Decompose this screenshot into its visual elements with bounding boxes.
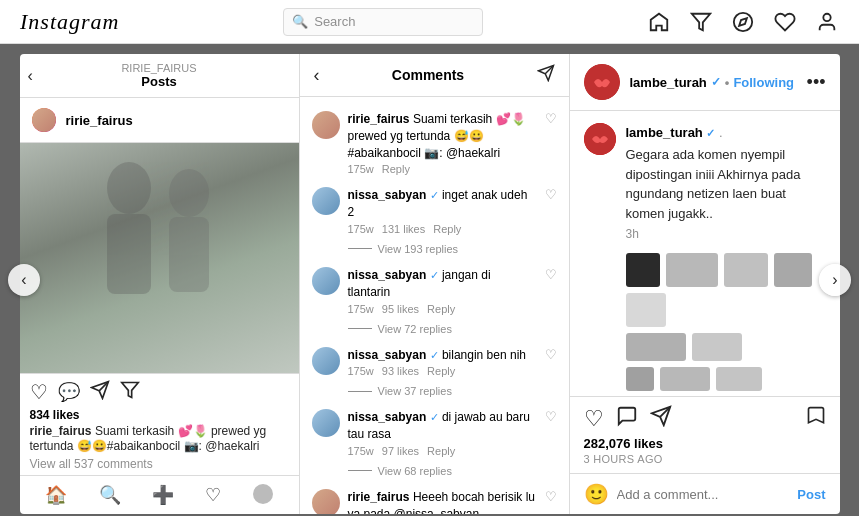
comment-like-button[interactable]: ♡ (545, 489, 557, 514)
comment-meta: 175w 93 likes Reply (348, 365, 537, 377)
comment-avatar[interactable] (312, 187, 340, 215)
likes-count: 834 likes (30, 408, 289, 422)
bottom-home-icon[interactable]: 🏠 (45, 484, 67, 506)
svg-point-3 (823, 13, 830, 20)
view-replies-link[interactable]: View 72 replies (300, 321, 569, 341)
panel-back-button[interactable]: ‹ (28, 67, 33, 85)
post-action-icons: ♡ 💬 (30, 380, 289, 404)
add-comment-input[interactable] (617, 487, 790, 502)
post-panel: ‹ RIRIE_FAIRUS Posts ririe_fairus (20, 54, 300, 514)
comment-like-button[interactable]: ♡ (545, 111, 557, 175)
comment-text: nissa_sabyan ✓ di jawab au baru tau rasa (348, 409, 537, 443)
panel-username-label: RIRIE_FAIRUS (30, 62, 289, 74)
verified-icon: ✓ (430, 269, 439, 281)
detail-comment-input-row: 🙂 Post (570, 473, 840, 514)
thumbnail-sm2 (660, 367, 710, 391)
comment-likes: 131 likes (382, 223, 425, 235)
carousel-arrow-left[interactable]: ‹ (8, 264, 40, 296)
comment-content: bilangin ben nih (442, 348, 526, 362)
comment-avatar[interactable] (312, 267, 340, 295)
detail-comment-icon[interactable] (616, 405, 638, 432)
filter-icon[interactable] (689, 10, 713, 34)
comment-avatar[interactable] (312, 489, 340, 514)
detail-main-comment: lambe_turah ✓ . Gegara ada komen nyempil… (584, 123, 826, 241)
carousel-arrow-right[interactable]: › (819, 264, 851, 296)
post-user-avatar[interactable] (30, 106, 58, 134)
detail-avatar[interactable] (584, 64, 620, 100)
comment-avatar[interactable] (312, 409, 340, 437)
heart-icon[interactable] (773, 10, 797, 34)
detail-like-icon[interactable]: ♡ (584, 406, 604, 432)
comment-text: nissa_sabyan ✓ jangan di tlantarin (348, 267, 537, 301)
comment-like-button[interactable]: ♡ (545, 409, 557, 457)
detail-panel: lambe_turah ✓ • Following ••• lam (570, 54, 840, 514)
comment-username: nissa_sabyan (348, 268, 427, 282)
comment-like-button[interactable]: ♡ (545, 267, 557, 315)
share-icon[interactable] (90, 380, 110, 404)
filter-tag-icon[interactable] (120, 380, 140, 404)
comment-item: nissa_sabyan ✓ di jawab au baru tau rasa… (300, 403, 569, 463)
following-button[interactable]: Following (733, 75, 794, 90)
comment-icon[interactable]: 💬 (58, 381, 80, 403)
like-icon[interactable]: ♡ (30, 380, 48, 404)
svg-marker-2 (739, 18, 747, 26)
detail-comment-avatar[interactable] (584, 123, 616, 155)
comment-like-button[interactable]: ♡ (545, 347, 557, 378)
verified-icon: ✓ (430, 349, 439, 361)
detail-share-icon[interactable] (650, 405, 672, 432)
comments-title: Comments (320, 67, 537, 83)
comment-reply-button[interactable]: Reply (427, 303, 455, 315)
bottom-add-icon[interactable]: ➕ (152, 484, 174, 506)
home-icon[interactable] (647, 10, 671, 34)
view-replies-link[interactable]: View 68 replies (300, 463, 569, 483)
verified-icon: ✓ (430, 411, 439, 423)
svg-marker-0 (692, 13, 710, 30)
explore-icon[interactable] (731, 10, 755, 34)
bottom-profile-icon[interactable] (253, 484, 273, 504)
comment-reply-button[interactable]: Reply (427, 445, 455, 457)
comment-username: nissa_sabyan (348, 410, 427, 424)
comment-reply-button[interactable]: Reply (427, 365, 455, 377)
search-icon: 🔍 (292, 14, 308, 29)
detail-verified-icon: ✓ (706, 127, 715, 139)
detail-comment-text: Gegara ada komen nyempil dipostingan ini… (626, 145, 826, 223)
panel-posts-label: Posts (30, 74, 289, 89)
thumbnail-gray3 (774, 253, 812, 287)
comment-reply-button[interactable]: Reply (433, 223, 461, 235)
detail-bookmark-icon[interactable] (806, 405, 826, 432)
verified-badge: ✓ (711, 75, 721, 89)
view-replies-link[interactable]: View 193 replies (300, 241, 569, 261)
comment-item: nissa_sabyan ✓ inget anak udeh 2 175w 13… (300, 181, 569, 241)
comment-meta: 175w 97 likes Reply (348, 445, 537, 457)
detail-actions-bar: ♡ 282,076 likes 3 HOURS AGO (570, 396, 840, 473)
post-bottom-nav: 🏠 🔍 ➕ ♡ (20, 475, 299, 514)
comment-avatar[interactable] (312, 347, 340, 375)
comments-send-button[interactable] (537, 64, 555, 86)
more-options-button[interactable]: ••• (807, 72, 826, 93)
bottom-search-icon[interactable]: 🔍 (99, 484, 121, 506)
detail-comment-username: lambe_turah ✓ . (626, 125, 723, 140)
bottom-heart-icon[interactable]: ♡ (205, 484, 221, 506)
thumbnail-sm1 (626, 367, 654, 391)
post-comment-button[interactable]: Post (797, 487, 825, 502)
view-comments-link[interactable]: View all 537 comments (30, 457, 289, 471)
comment-body: nissa_sabyan ✓ jangan di tlantarin 175w … (348, 267, 537, 315)
comments-panel: ‹ Comments ririe_fairus Sua (300, 54, 570, 514)
post-username[interactable]: ririe_fairus (66, 113, 133, 128)
view-replies-link[interactable]: View 37 replies (300, 383, 569, 403)
comment-reply-button[interactable]: Reply (382, 163, 410, 175)
thumbnail-light (626, 293, 666, 327)
emoji-button[interactable]: 🙂 (584, 482, 609, 506)
search-bar[interactable]: 🔍 Search (283, 8, 483, 36)
thumbnail-gray2 (724, 253, 768, 287)
profile-icon[interactable] (815, 10, 839, 34)
comment-avatar[interactable] (312, 111, 340, 139)
detail-action-icons: ♡ (584, 405, 826, 432)
comment-time: 175w (348, 445, 374, 457)
comment-body: nissa_sabyan ✓ inget anak udeh 2 175w 13… (348, 187, 537, 235)
comment-time: 175w (348, 223, 374, 235)
detail-username: lambe_turah ✓ • Following (630, 75, 795, 90)
svg-rect-5 (107, 214, 151, 294)
comment-text: ririe_fairus Heeeh bocah berisik lu ya p… (348, 489, 537, 514)
comment-like-button[interactable]: ♡ (545, 187, 557, 235)
